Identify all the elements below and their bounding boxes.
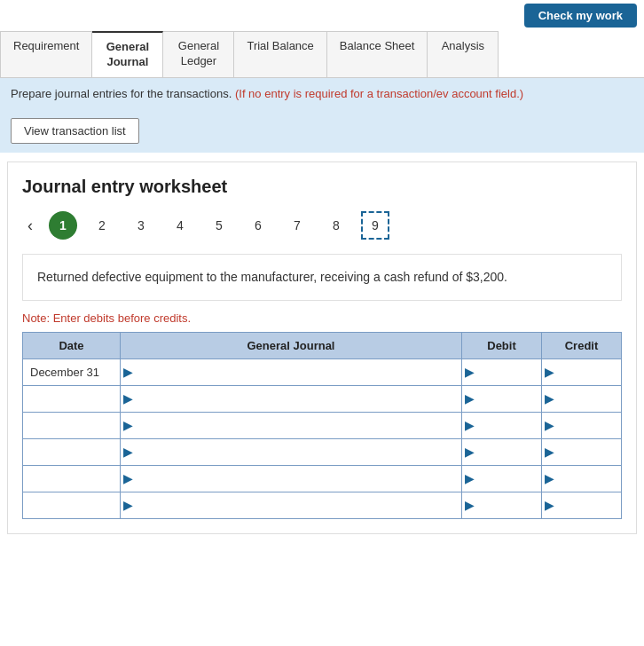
desc-input-5[interactable] xyxy=(136,466,461,492)
page-3[interactable]: 3 xyxy=(127,211,155,240)
credit-input-3[interactable] xyxy=(557,413,621,438)
date-cell-6 xyxy=(23,492,121,518)
debit-input-5[interactable] xyxy=(477,466,541,492)
page-1[interactable]: 1 xyxy=(49,211,77,240)
col-header-general-journal: General Journal xyxy=(121,332,462,358)
prev-page-button[interactable]: ‹ xyxy=(22,215,38,237)
desc-cell-2[interactable]: ▶ xyxy=(121,385,462,412)
debit-input-3[interactable] xyxy=(477,413,541,438)
credit-input-4[interactable] xyxy=(557,439,621,465)
debit-input-1[interactable] xyxy=(477,359,541,385)
check-my-work-button[interactable]: Check my work xyxy=(524,4,637,28)
desc-input-4[interactable] xyxy=(136,439,461,465)
credit-input-5[interactable] xyxy=(557,466,621,492)
credit-cell-2[interactable]: ▶ xyxy=(542,385,622,412)
desc-cell-3[interactable]: ▶ xyxy=(121,412,462,438)
desc-arrow-2[interactable]: ▶ xyxy=(121,391,136,406)
instruction-text: Prepare journal entries for the transact… xyxy=(11,87,232,100)
page-2[interactable]: 2 xyxy=(88,211,116,240)
debit-cell-5[interactable]: ▶ xyxy=(462,465,542,492)
debit-input-2[interactable] xyxy=(477,386,541,412)
page-7[interactable]: 7 xyxy=(283,211,311,240)
debit-cell-4[interactable]: ▶ xyxy=(462,438,542,465)
col-header-date: Date xyxy=(23,332,121,358)
date-cell-4 xyxy=(23,438,121,465)
col-header-credit: Credit xyxy=(542,332,622,358)
journal-entry-worksheet: Journal entry worksheet ‹ 1 2 3 4 5 6 7 … xyxy=(7,162,637,533)
date-cell-5 xyxy=(23,465,121,492)
desc-input-6[interactable] xyxy=(136,492,461,518)
tab-general-journal[interactable]: GeneralJournal xyxy=(92,31,163,77)
page-8[interactable]: 8 xyxy=(322,211,350,240)
credit-arrow-6[interactable]: ▶ xyxy=(542,498,557,512)
desc-cell-4[interactable]: ▶ xyxy=(121,438,462,465)
credit-cell-3[interactable]: ▶ xyxy=(542,412,622,438)
debit-input-4[interactable] xyxy=(477,439,541,465)
debit-arrow-5[interactable]: ▶ xyxy=(462,471,477,485)
credit-cell-1[interactable]: ▶ xyxy=(542,358,622,385)
top-bar: Check my work xyxy=(0,0,644,31)
debit-arrow-4[interactable]: ▶ xyxy=(462,445,477,459)
page-4[interactable]: 4 xyxy=(166,211,194,240)
page-6[interactable]: 6 xyxy=(244,211,272,240)
action-bar: View transaction list xyxy=(0,109,644,153)
credit-arrow-1[interactable]: ▶ xyxy=(542,365,557,379)
tab-navigation: Requirement GeneralJournal GeneralLedger… xyxy=(0,31,644,78)
desc-arrow-3[interactable]: ▶ xyxy=(121,418,136,432)
credit-cell-5[interactable]: ▶ xyxy=(542,465,622,492)
tab-trial-balance[interactable]: Trial Balance xyxy=(234,31,326,77)
tab-requirement[interactable]: Requirement xyxy=(0,31,92,77)
tab-analysis[interactable]: Analysis xyxy=(428,31,499,77)
table-row: ▶ ▶ ▶ xyxy=(23,385,622,412)
desc-arrow-6[interactable]: ▶ xyxy=(121,498,136,512)
col-header-debit: Debit xyxy=(462,332,542,358)
view-transaction-list-button[interactable]: View transaction list xyxy=(11,118,139,144)
table-row: December 31 ▶ ▶ ▶ xyxy=(23,358,622,385)
desc-input-2[interactable] xyxy=(136,386,461,412)
credit-input-1[interactable] xyxy=(557,359,621,385)
debit-cell-6[interactable]: ▶ xyxy=(462,492,542,518)
table-row: ▶ ▶ ▶ xyxy=(23,492,622,518)
credit-arrow-3[interactable]: ▶ xyxy=(542,418,557,432)
journal-table: Date General Journal Debit Credit Decemb… xyxy=(22,332,622,519)
debit-arrow-2[interactable]: ▶ xyxy=(462,391,477,406)
desc-arrow-5[interactable]: ▶ xyxy=(121,471,136,485)
desc-arrow-4[interactable]: ▶ xyxy=(121,445,136,459)
debit-input-6[interactable] xyxy=(477,492,541,518)
instruction-highlight: (If no entry is required for a transacti… xyxy=(235,87,523,100)
debit-arrow-6[interactable]: ▶ xyxy=(462,498,477,512)
tab-general-ledger[interactable]: GeneralLedger xyxy=(163,31,234,77)
credit-cell-4[interactable]: ▶ xyxy=(542,438,622,465)
desc-cell-5[interactable]: ▶ xyxy=(121,465,462,492)
debit-arrow-3[interactable]: ▶ xyxy=(462,418,477,432)
desc-input-1[interactable] xyxy=(136,359,461,385)
credit-input-2[interactable] xyxy=(557,386,621,412)
credit-arrow-5[interactable]: ▶ xyxy=(542,471,557,485)
note-text: Note: Enter debits before credits. xyxy=(22,311,622,325)
table-row: ▶ ▶ ▶ xyxy=(23,465,622,492)
page-navigator: ‹ 1 2 3 4 5 6 7 8 9 xyxy=(22,211,622,240)
debit-cell-2[interactable]: ▶ xyxy=(462,385,542,412)
worksheet-title: Journal entry worksheet xyxy=(22,177,622,197)
date-cell-3 xyxy=(23,412,121,438)
debit-arrow-1[interactable]: ▶ xyxy=(462,365,477,379)
debit-cell-3[interactable]: ▶ xyxy=(462,412,542,438)
credit-arrow-2[interactable]: ▶ xyxy=(542,391,557,406)
desc-input-3[interactable] xyxy=(136,413,461,438)
desc-cell-6[interactable]: ▶ xyxy=(121,492,462,518)
credit-input-6[interactable] xyxy=(557,492,621,518)
credit-cell-6[interactable]: ▶ xyxy=(542,492,622,518)
desc-arrow-1[interactable]: ▶ xyxy=(121,365,136,379)
page-5[interactable]: 5 xyxy=(205,211,233,240)
instruction-banner: Prepare journal entries for the transact… xyxy=(0,78,644,110)
credit-arrow-4[interactable]: ▶ xyxy=(542,445,557,459)
date-cell-1: December 31 xyxy=(23,358,121,385)
date-cell-2 xyxy=(23,385,121,412)
transaction-description: Returned defective equipment to the manu… xyxy=(22,254,622,300)
table-row: ▶ ▶ ▶ xyxy=(23,438,622,465)
table-row: ▶ ▶ ▶ xyxy=(23,412,622,438)
desc-cell-1[interactable]: ▶ xyxy=(121,358,462,385)
tab-balance-sheet[interactable]: Balance Sheet xyxy=(327,31,428,77)
page-9[interactable]: 9 xyxy=(361,211,389,240)
debit-cell-1[interactable]: ▶ xyxy=(462,358,542,385)
